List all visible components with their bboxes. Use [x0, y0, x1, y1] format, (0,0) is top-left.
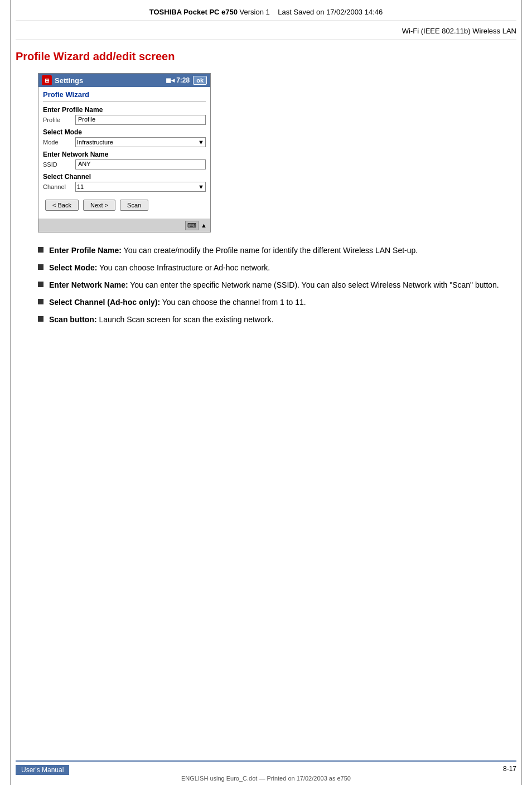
bullet-bold-3: Enter Network Name:: [49, 280, 128, 289]
bullet-bold-4: Select Channel (Ad-hoc only):: [49, 298, 160, 307]
app-icon: ⊞: [42, 75, 52, 85]
select-mode-label: Select Mode: [43, 128, 206, 136]
bullet-bold-2: Select Mode:: [49, 263, 97, 272]
page-footer: User's Manual 8-17: [16, 760, 516, 775]
ssid-row: SSID ANY: [43, 159, 206, 169]
bullet-body-2: You can choose Infrastructure or Ad-hoc …: [99, 263, 270, 272]
bullet-body-1: You can create/modify the Profile name f…: [124, 246, 418, 255]
footer-right: 8-17: [503, 765, 516, 775]
profile-input[interactable]: Profile: [75, 115, 206, 125]
profile-row: Profile Profile: [43, 115, 206, 125]
mode-field-label: Mode: [43, 139, 72, 146]
bullet-square-4: [38, 299, 43, 304]
version-number: 1: [266, 8, 270, 16]
version-label: Version: [240, 8, 264, 16]
bullet-text-4: Select Channel (Ad-hoc only): You can ch…: [49, 297, 516, 308]
enter-profile-name-label: Enter Profile Name: [43, 106, 206, 114]
page-border-right: [521, 0, 522, 785]
scan-button[interactable]: Scan: [120, 200, 148, 211]
keyboard-icon[interactable]: ⌨: [185, 221, 199, 230]
titlebar-right: ◼◂ 7:28 ok: [166, 76, 207, 85]
mode-select-arrow: ▼: [198, 139, 204, 146]
next-button[interactable]: Next >: [83, 200, 115, 211]
doc-header: TOSHIBA Pocket PC e750 Version 1 Last Sa…: [16, 0, 516, 21]
bullet-text-3: Enter Network Name: You can enter the sp…: [49, 279, 516, 291]
bullet-item-4: Select Channel (Ad-hoc only): You can ch…: [38, 297, 516, 308]
footer-left: User's Manual: [16, 765, 69, 775]
bullet-square-5: [38, 316, 43, 322]
app-name: Settings: [55, 76, 83, 85]
device-titlebar: ⊞ Settings ◼◂ 7:28 ok: [38, 74, 210, 87]
bullet-bold-1: Enter Profile Name:: [49, 246, 122, 255]
channel-select-arrow: ▼: [198, 183, 204, 190]
profile-field-label: Profile: [43, 117, 72, 123]
status-time: ◼◂ 7:28: [166, 76, 190, 84]
bullet-body-3: You can enter the specific Network name …: [130, 280, 499, 289]
mode-row: Mode Infrastructure ▼: [43, 137, 206, 147]
sub-header: Wi-Fi (IEEE 802.11b) Wireless LAN: [16, 21, 516, 40]
bullet-square-2: [38, 264, 43, 270]
ssid-field-label: SSID: [43, 161, 72, 168]
bullet-item-3: Enter Network Name: You can enter the sp…: [38, 279, 516, 291]
bullet-square-3: [38, 282, 43, 287]
bullet-body-5: Launch Scan screen for scan the existing…: [99, 315, 273, 324]
mode-select[interactable]: Infrastructure ▼: [75, 137, 206, 147]
device-frame: ⊞ Settings ◼◂ 7:28 ok Profie Wizard Ente…: [38, 73, 211, 232]
select-channel-label: Select Channel: [43, 173, 206, 181]
bullet-item-1: Enter Profile Name: You can create/modif…: [38, 245, 516, 256]
bullet-item-2: Select Mode: You can choose Infrastructu…: [38, 262, 516, 274]
bullet-bold-5: Scan button:: [49, 315, 97, 324]
product-name: TOSHIBA Pocket PC e750: [149, 8, 238, 16]
device-body: Profie Wizard Enter Profile Name Profile…: [38, 87, 210, 219]
device-bottombar: ⌨ ▲: [38, 219, 210, 232]
bullet-body-4: You can choose the channel from 1 to 11.: [162, 298, 306, 307]
bullet-item-5: Scan button: Launch Scan screen for scan…: [38, 314, 516, 326]
channel-field-label: Channel: [43, 183, 72, 190]
titlebar-left: ⊞ Settings: [42, 75, 83, 85]
ssid-input[interactable]: ANY: [75, 159, 206, 169]
ok-button[interactable]: ok: [193, 76, 207, 85]
sub-header-text: Wi-Fi (IEEE 802.11b) Wireless LAN: [402, 27, 516, 35]
bullet-square-1: [38, 247, 43, 253]
section-title: Profile Wizard add/edit screen: [16, 50, 516, 63]
buttons-row: < Back Next > Scan: [43, 200, 206, 211]
bullet-text-1: Enter Profile Name: You can create/modif…: [49, 245, 516, 256]
back-button[interactable]: < Back: [45, 200, 79, 211]
doc-bottom: ENGLISH using Euro_C.dot — Printed on 17…: [0, 775, 532, 782]
up-arrow-icon: ▲: [201, 222, 207, 229]
last-saved: Last Saved on 17/02/2003 14:46: [278, 8, 383, 16]
bullet-text-5: Scan button: Launch Scan screen for scan…: [49, 314, 516, 326]
bullet-list: Enter Profile Name: You can create/modif…: [38, 245, 516, 326]
bullet-text-2: Select Mode: You can choose Infrastructu…: [49, 262, 516, 274]
wizard-header: Profie Wizard: [43, 90, 206, 101]
channel-row: Channel 11 ▼: [43, 182, 206, 192]
enter-network-name-label: Enter Network Name: [43, 151, 206, 158]
page-border-left: [10, 0, 11, 785]
channel-select[interactable]: 11 ▼: [75, 182, 206, 192]
